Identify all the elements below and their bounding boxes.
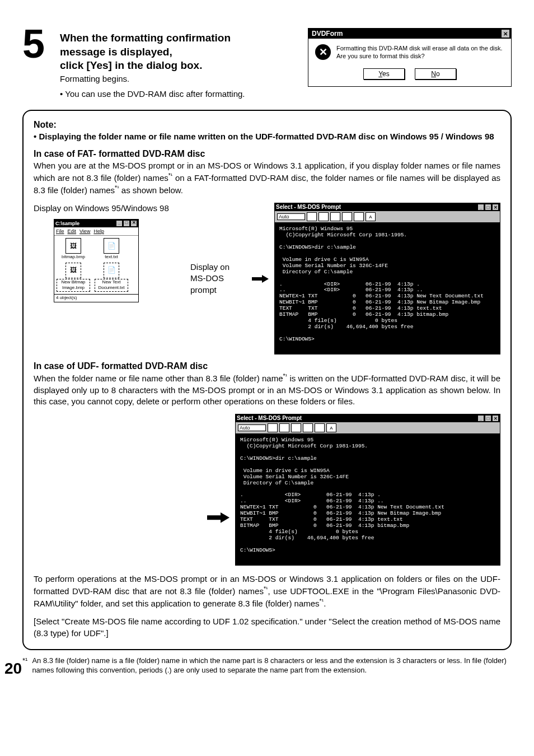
tb-icon[interactable] [318,212,329,221]
tb-icon[interactable]: A [326,423,336,432]
dialog-message: Formatting this DVD-RAM disk will erase … [336,44,503,60]
footnote-text: An 8.3 file (folder) name is a file (fol… [32,656,512,675]
close-icon[interactable]: ✕ [492,415,499,422]
error-icon: ✕ [315,44,331,60]
file-item[interactable]: 🖼New Bitmap Image.bmp [57,263,90,292]
dos-toolbar: Auto A [275,211,500,223]
title-line: click [Yes] in the dialog box. [60,59,202,71]
status-left: 4 object(s) [56,295,77,301]
close-icon[interactable]: ✕ [492,204,499,211]
min-icon[interactable]: _ [477,204,484,211]
dos-title: Select - MS-DOS Prompt [237,415,302,422]
step-title: When the formatting confirmation message… [60,31,294,73]
footnote-marker: *¹ [22,656,27,675]
max-icon[interactable]: □ [123,220,130,227]
arrow-right-icon [252,275,269,283]
dos-output: Microsoft(R) Windows 95 (C)Copyright Mic… [236,434,500,565]
step-subtitle: Formatting begins. [60,74,294,83]
auto-combo[interactable]: Auto [277,213,305,220]
step-row: 5 When the formatting confirmation messa… [22,28,512,99]
dos-window-2: Select - MS-DOS Prompt _□✕ Auto A Micros… [235,414,500,566]
tb-icon[interactable] [330,212,340,221]
udf-case-title: In case of UDF- formatted DVD-RAM disc [34,360,500,372]
explorer-window: C:\sample _□✕ File Edit View Help 🖼bitma… [54,219,139,302]
note-box: Note: • Displaying the folder name or fi… [22,110,512,650]
explorer-title: C:\sample [55,220,79,227]
tb-icon[interactable] [303,423,313,432]
tb-icon[interactable] [307,212,317,221]
min-icon[interactable]: _ [116,220,123,227]
bullet-text: You can use the DVD-RAM disc after forma… [65,89,294,99]
step-bullet: •You can use the DVD-RAM disc after form… [60,89,294,99]
tool-ref: [Select "Create MS-DOS file name accordi… [34,616,500,639]
svg-marker-1 [207,512,229,523]
tb-icon[interactable] [354,212,364,221]
note-lead: • Displaying the folder name or file nam… [34,131,500,142]
note-heading: Note: [34,119,500,131]
menu-help[interactable]: Help [93,228,104,235]
menu-file[interactable]: File [56,228,64,235]
yes-button[interactable]: Yes [363,68,405,80]
close-icon[interactable]: ✕ [501,29,510,38]
min-icon[interactable]: _ [477,415,484,422]
tb-icon[interactable] [291,423,301,432]
menu-view[interactable]: View [79,228,90,235]
fat-case-body: When you are at the MS-DOS prompt or in … [34,160,500,197]
msg-line: Formatting this DVD-RAM disk will erase … [336,45,503,52]
dialog-titlebar: DVDForm ✕ [308,29,511,39]
tb-icon[interactable] [279,423,289,432]
title-line: message is displayed, [60,46,172,58]
close-icon[interactable]: ✕ [130,220,137,227]
udf-case-body: When the folder name or file name other … [34,372,500,407]
title-line: When the formatting confirmation [60,32,231,44]
tb-icon[interactable] [268,423,278,432]
footnote: *¹ An 8.3 file (folder) name is a file (… [22,656,512,675]
auto-combo[interactable]: Auto [238,424,266,431]
tb-icon[interactable] [342,212,352,221]
msg-line: Are you sure to format this disk? [336,53,425,59]
fat-case-title: In case of FAT- formatted DVD-RAM disc [34,148,500,160]
no-button[interactable]: No [415,68,456,80]
file-item[interactable]: 📄text.txt [95,238,128,260]
dvdform-dialog: DVDForm ✕ ✕ Formatting this DVD-RAM disk… [308,28,512,87]
file-item[interactable]: 📄New Text Document.txt [95,263,128,292]
win-label: Display on Windows 95/Windows 98 [34,203,185,214]
menu-edit[interactable]: Edit [68,228,77,235]
dos-title: Select - MS-DOS Prompt [276,204,341,211]
dos-window-1: Select - MS-DOS Prompt _□✕ Auto A Micros… [274,203,500,354]
step-number: 5 [22,26,53,62]
max-icon[interactable]: □ [485,204,491,211]
max-icon[interactable]: □ [485,415,491,422]
dialog-title: DVDForm [312,30,343,38]
file-item[interactable]: 🖼bitmap.bmp [57,238,90,260]
page-number: 20 [4,660,22,678]
explorer-menu: File Edit View Help [54,227,138,236]
dos-label: Display on MS-DOS prompt [190,262,246,296]
tb-icon[interactable] [315,423,325,432]
dos-output: Microsoft(R) Windows 95 (C)Copyright Mic… [275,223,500,354]
tb-icon[interactable]: A [366,212,376,221]
tool-paragraph: To perform operations at the MS-DOS prom… [34,573,500,610]
dos-toolbar: Auto A [236,422,500,434]
arrow-right-icon [207,514,229,521]
svg-marker-0 [252,275,269,283]
